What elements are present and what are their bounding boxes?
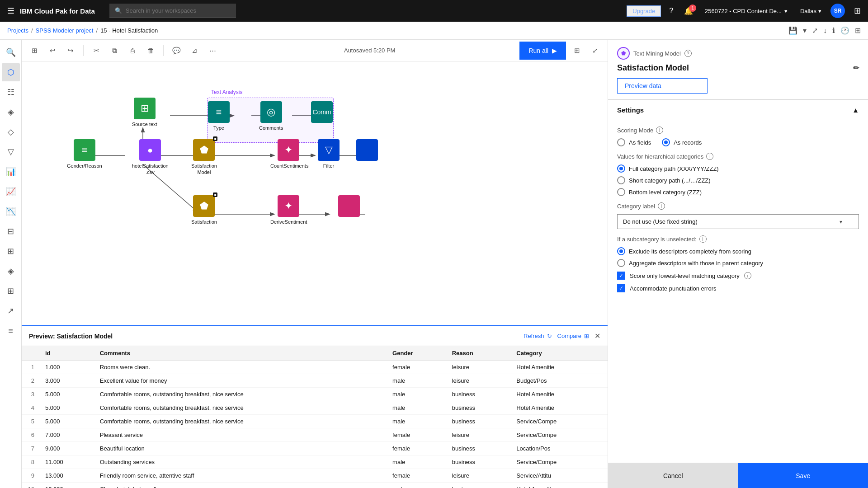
col-category[interactable]: Category xyxy=(511,346,608,361)
aggregate-descriptors-option[interactable]: Aggregate descriptors with those in pare… xyxy=(617,259,859,267)
hamburger-menu[interactable]: ☰ xyxy=(7,6,14,16)
as-fields-radio[interactable] xyxy=(617,138,625,146)
preview-close-button[interactable]: ✕ xyxy=(594,332,600,340)
bottom-level-radio[interactable] xyxy=(617,188,625,196)
sidebar-icon-line[interactable]: 📉 xyxy=(2,202,20,221)
breadcrumb-projects[interactable]: Projects xyxy=(7,27,28,34)
breadcrumb-action-share[interactable]: ⤢ xyxy=(812,26,818,35)
help-icon[interactable]: ? xyxy=(669,7,673,15)
satisfaction-model-node[interactable]: ⬟ ■ SatisfactionModel xyxy=(191,139,217,176)
upgrade-button[interactable]: Upgrade xyxy=(627,5,661,17)
sidebar-icon-filter[interactable]: ▽ xyxy=(2,143,20,161)
accommodate-punctuation-checkbox[interactable]: ✓ Accommodate punctuation errors xyxy=(617,284,859,292)
preview-compare-button[interactable]: Compare ⊞ xyxy=(557,333,589,339)
toolbar-table-view[interactable]: ⊞ xyxy=(570,43,584,58)
source-text-node[interactable]: ⊞ Source text xyxy=(132,98,157,127)
toolbar-bookmark[interactable]: ⊿ xyxy=(187,43,202,58)
subcategory-info[interactable]: i xyxy=(699,235,707,243)
short-path-option[interactable]: Short category path (.../…/ZZZ) xyxy=(617,176,859,184)
notification-icon[interactable]: 🔔 1 xyxy=(684,7,693,15)
score-lowest-checkbox[interactable]: ✓ Score only lowest-level matching categ… xyxy=(617,272,859,280)
as-records-radio[interactable] xyxy=(662,138,670,146)
filter-node[interactable]: ▽ Filter xyxy=(318,139,340,169)
breadcrumb-action-info[interactable]: ℹ xyxy=(832,26,835,35)
preview-refresh-button[interactable]: Refresh ↻ xyxy=(524,333,552,339)
satisfaction2-node[interactable]: ⬟ ■ Satisfaction xyxy=(191,195,217,225)
sidebar-icon-model[interactable]: ◈ xyxy=(2,262,20,280)
apps-icon[interactable]: ⊞ xyxy=(854,6,861,16)
preview-data-button[interactable]: Preview data xyxy=(617,78,708,94)
scoring-as-fields[interactable]: As fields xyxy=(617,138,651,146)
hierarchical-info[interactable]: i xyxy=(706,153,713,160)
derive-right-node[interactable] xyxy=(338,195,360,217)
col-comments[interactable]: Comments xyxy=(94,346,387,361)
aggregate-radio[interactable] xyxy=(617,259,625,267)
gender-reason-icon: ≡ xyxy=(74,139,95,161)
type-node[interactable]: ≡ Type xyxy=(208,101,230,131)
breadcrumb-action-history[interactable]: 🕐 xyxy=(840,26,849,35)
col-id[interactable]: id xyxy=(40,346,94,361)
sidebar-icon-output[interactable]: ⊞ xyxy=(2,242,20,260)
toolbar-expand[interactable]: ⤢ xyxy=(588,43,602,58)
breadcrumb-action-chevron[interactable]: ▾ xyxy=(803,26,807,35)
toolbar-delete[interactable]: 🗑 xyxy=(143,43,158,58)
sidebar-icon-chart[interactable]: 📊 xyxy=(2,163,20,181)
filter-right-node[interactable] xyxy=(356,139,378,161)
toolbar-copy[interactable]: ⧉ xyxy=(107,43,122,58)
breadcrumb-action-download[interactable]: ↓ xyxy=(823,27,827,35)
toolbar-comment[interactable]: 💬 xyxy=(169,43,184,58)
preview-table-container[interactable]: id Comments Gender Reason Category 1 1.0… xyxy=(22,346,608,488)
sidebar-icon-palette[interactable]: ⬡ xyxy=(2,63,20,81)
sidebar-icon-nodes[interactable]: ◈ xyxy=(2,103,20,121)
sidebar-icon-data[interactable]: ⊟ xyxy=(2,222,20,240)
toolbar-redo[interactable]: ↪ xyxy=(63,43,78,58)
avatar[interactable]: SR xyxy=(830,4,845,18)
col-reason[interactable]: Reason xyxy=(447,346,511,361)
sidebar-icon-list[interactable]: ≡ xyxy=(2,322,20,340)
sidebar-icon-search[interactable]: 🔍 xyxy=(2,43,20,61)
exclude-descriptors-option[interactable]: Exclude its descriptors completely from … xyxy=(617,247,859,255)
search-bar[interactable]: 🔍 xyxy=(109,4,236,18)
cancel-button[interactable]: Cancel xyxy=(608,463,738,488)
compare-icon: ⊞ xyxy=(584,333,589,339)
count-sentiments-node[interactable]: ✦ CountSentiments xyxy=(270,139,307,169)
workspace-selector[interactable]: 2560722 - CPD Content De... ▾ xyxy=(705,8,788,14)
breadcrumb-action-more[interactable]: ⊞ xyxy=(855,26,861,35)
hotel-csv-node[interactable]: ● hotelSatisfaction.csv xyxy=(132,139,168,176)
full-path-radio[interactable] xyxy=(617,164,625,173)
gender-reason-node[interactable]: ≡ Gender/Reason xyxy=(67,139,102,169)
sidebar-icon-table[interactable]: ⊞ xyxy=(2,282,20,300)
bottom-level-option[interactable]: Bottom level category (ZZZ) xyxy=(617,188,859,196)
score-lowest-info[interactable]: i xyxy=(744,272,751,279)
derive-sentiment-node[interactable]: ✦ DeriveSentiment xyxy=(270,195,307,225)
toolbar-cut[interactable]: ✂ xyxy=(89,43,104,58)
breadcrumb-action-save[interactable]: 💾 xyxy=(788,26,797,35)
breadcrumb-modeler[interactable]: SPSS Modeler project xyxy=(36,27,94,34)
sidebar-icon-connections[interactable]: ◇ xyxy=(2,123,20,141)
exclude-radio[interactable] xyxy=(617,247,625,255)
sidebar-icon-layers[interactable]: ☷ xyxy=(2,83,20,101)
toolbar-new[interactable]: ⊞ xyxy=(27,43,42,58)
toolbar-paste[interactable]: ⎙ xyxy=(125,43,140,58)
scoring-as-records[interactable]: As records xyxy=(662,138,702,146)
run-all-button[interactable]: Run all ▶ xyxy=(519,42,566,60)
comm2-node[interactable]: Comm xyxy=(311,101,333,123)
type-label: Type xyxy=(213,125,224,131)
full-path-option[interactable]: Full category path (XXX/YYY/ZZZ) xyxy=(617,164,859,173)
settings-header[interactable]: Settings ▲ xyxy=(608,100,868,120)
location-selector[interactable]: Dallas ▾ xyxy=(800,8,821,14)
category-label-info[interactable]: i xyxy=(658,202,665,210)
category-label-dropdown[interactable]: Do not use (Use fixed string) ▾ xyxy=(617,214,859,229)
scoring-mode-info[interactable]: i xyxy=(656,127,663,134)
search-input[interactable] xyxy=(126,7,231,14)
short-path-radio[interactable] xyxy=(617,176,625,184)
sidebar-icon-bar[interactable]: 📈 xyxy=(2,183,20,201)
comments-node[interactable]: ◎ Comments xyxy=(259,101,283,131)
save-button[interactable]: Save xyxy=(738,463,868,488)
toolbar-more[interactable]: ⋯ xyxy=(205,43,220,58)
col-gender[interactable]: Gender xyxy=(387,346,447,361)
model-help-icon[interactable]: ? xyxy=(684,50,692,57)
toolbar-undo[interactable]: ↩ xyxy=(45,43,60,58)
edit-icon[interactable]: ✏ xyxy=(853,64,859,72)
sidebar-icon-export[interactable]: ↗ xyxy=(2,302,20,320)
